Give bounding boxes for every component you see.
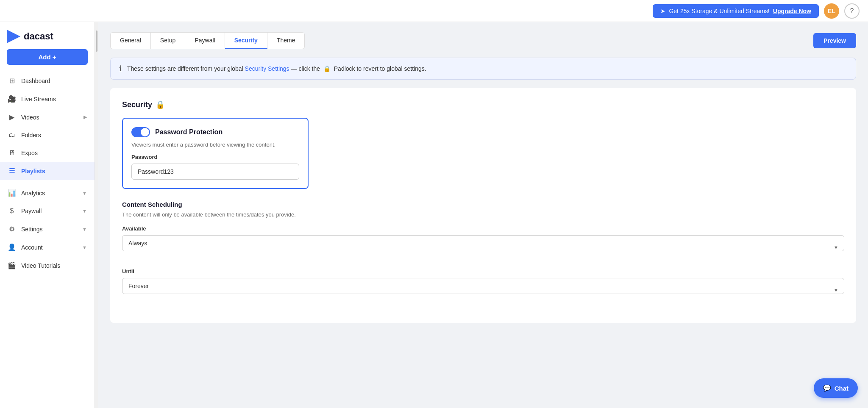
password-card-description: Viewers must enter a password before vie… <box>131 142 299 148</box>
sidebar-item-label: Expos <box>21 150 38 156</box>
dashboard-icon: ⊞ <box>8 77 16 85</box>
tabs-row: General Setup Paywall Security Theme <box>110 32 856 49</box>
sidebar-container: dacast Add + ⊞ Dashboard 🎥 Live Streams … <box>0 22 98 408</box>
password-card-title: Password Protection <box>155 128 223 136</box>
password-toggle[interactable] <box>131 127 150 137</box>
until-select-wrapper: Forever <box>122 278 844 303</box>
scheduling-description: The content will only be available betwe… <box>122 211 844 218</box>
until-select[interactable]: Forever <box>122 278 844 294</box>
scheduling-title: Content Scheduling <box>122 201 844 208</box>
sidebar-item-folders[interactable]: 🗂 Folders <box>0 126 95 144</box>
sidebar-item-label: Paywall <box>21 208 42 214</box>
settings-icon: ⚙ <box>8 225 16 233</box>
sidebar-item-label: Live Streams <box>21 96 56 103</box>
upgrade-icon: ➤ <box>660 8 665 14</box>
sidebar-item-expos[interactable]: 🖥 Expos <box>0 144 95 162</box>
sidebar-item-videos[interactable]: ▶ Videos ▶ <box>0 108 95 126</box>
chat-label: Chat <box>835 385 849 392</box>
expos-icon: 🖥 <box>8 149 16 157</box>
chevron-icon: ▶ <box>83 114 87 120</box>
available-select-wrapper: Always <box>122 235 844 260</box>
sidebar-item-label: Settings <box>21 226 43 233</box>
live-streams-icon: 🎥 <box>8 95 16 103</box>
security-title: Security 🔒 <box>122 100 844 109</box>
chevron-icon: ▼ <box>82 208 87 214</box>
sidebar-item-label: Folders <box>21 132 41 139</box>
until-label: Until <box>122 268 844 275</box>
sidebar-item-label: Videos <box>21 114 39 121</box>
sidebar-item-playlists[interactable]: ☰ Playlists <box>0 162 95 180</box>
content-area: General Setup Paywall Security Theme <box>98 22 868 408</box>
security-settings-link[interactable]: Security Settings <box>245 65 289 72</box>
info-text-2: — click the <box>291 65 320 72</box>
logo: dacast <box>0 22 95 49</box>
password-protection-card: Password Protection Viewers must enter a… <box>122 118 309 189</box>
chat-button[interactable]: 💬 Chat <box>814 378 858 398</box>
sidebar: dacast Add + ⊞ Dashboard 🎥 Live Streams … <box>0 22 95 408</box>
upgrade-link[interactable]: Upgrade Now <box>773 8 811 14</box>
security-padlock-icon: 🔒 <box>156 100 165 109</box>
sidebar-scroll-thumb[interactable] <box>96 31 97 52</box>
analytics-icon: 📊 <box>8 189 16 197</box>
video-tutorials-icon: 🎬 <box>8 261 16 269</box>
main-content: General Setup Paywall Security Theme <box>98 22 868 408</box>
password-input[interactable] <box>131 164 299 180</box>
top-banner: ➤ Get 25x Storage & Unlimited Streams! U… <box>0 0 868 22</box>
avatar[interactable]: EL <box>824 3 839 19</box>
sidebar-item-settings[interactable]: ⚙ Settings ▼ <box>0 220 95 238</box>
preview-button[interactable]: Preview <box>813 33 856 48</box>
tab-general[interactable]: General <box>111 33 151 49</box>
sidebar-item-live-streams[interactable]: 🎥 Live Streams <box>0 90 95 108</box>
chevron-icon: ▼ <box>82 227 87 232</box>
info-text-1: These settings are different from your g… <box>127 65 243 72</box>
sidebar-item-video-tutorials[interactable]: 🎬 Video Tutorials <box>0 256 95 275</box>
sidebar-item-label: Playlists <box>21 168 45 175</box>
help-icon[interactable]: ? <box>844 3 860 19</box>
sidebar-item-label: Analytics <box>21 190 45 197</box>
tab-security[interactable]: Security <box>225 33 267 49</box>
sidebar-item-paywall[interactable]: $ Paywall ▼ <box>0 202 95 220</box>
main-layout: dacast Add + ⊞ Dashboard 🎥 Live Streams … <box>0 22 868 408</box>
playlists-icon: ☰ <box>8 167 16 175</box>
sidebar-item-label: Dashboard <box>21 78 50 84</box>
sidebar-item-dashboard[interactable]: ⊞ Dashboard <box>0 72 95 90</box>
chevron-icon: ▼ <box>82 245 87 250</box>
card-header: Password Protection <box>131 127 299 137</box>
available-select[interactable]: Always <box>122 235 844 251</box>
upgrade-text: Get 25x Storage & Unlimited Streams! <box>669 8 769 14</box>
sidebar-item-label: Account <box>21 244 43 251</box>
info-circle-icon: ℹ <box>119 64 122 73</box>
upgrade-button[interactable]: ➤ Get 25x Storage & Unlimited Streams! U… <box>653 4 819 18</box>
account-icon: 👤 <box>8 243 16 251</box>
logo-text: dacast <box>24 31 53 42</box>
info-banner: ℹ These settings are different from your… <box>110 58 856 80</box>
tab-paywall[interactable]: Paywall <box>185 33 225 49</box>
sidebar-item-label: Video Tutorials <box>21 262 60 269</box>
sidebar-item-account[interactable]: 👤 Account ▼ <box>0 238 95 256</box>
sidebar-item-analytics[interactable]: 📊 Analytics ▼ <box>0 184 95 202</box>
padlock-icon: 🔒 <box>323 65 331 72</box>
chat-icon: 💬 <box>823 384 831 392</box>
password-label: Password <box>131 154 299 160</box>
videos-icon: ▶ <box>8 113 16 121</box>
security-section: Security 🔒 Password Protection Viewers m… <box>110 88 856 323</box>
paywall-icon: $ <box>8 207 16 215</box>
tab-setup[interactable]: Setup <box>151 33 186 49</box>
tabs: General Setup Paywall Security Theme <box>110 32 305 49</box>
sidebar-scrollbar[interactable] <box>95 22 98 408</box>
tab-theme[interactable]: Theme <box>267 33 305 49</box>
folders-icon: 🗂 <box>8 131 16 139</box>
add-button[interactable]: Add + <box>7 49 88 65</box>
logo-icon <box>7 30 20 43</box>
content-scheduling-section: Content Scheduling The content will only… <box>122 201 844 303</box>
info-text-3: Padlock to revert to global settings. <box>334 65 426 72</box>
available-label: Available <box>122 225 844 232</box>
sidebar-divider <box>0 182 95 182</box>
chevron-icon: ▼ <box>82 191 87 196</box>
